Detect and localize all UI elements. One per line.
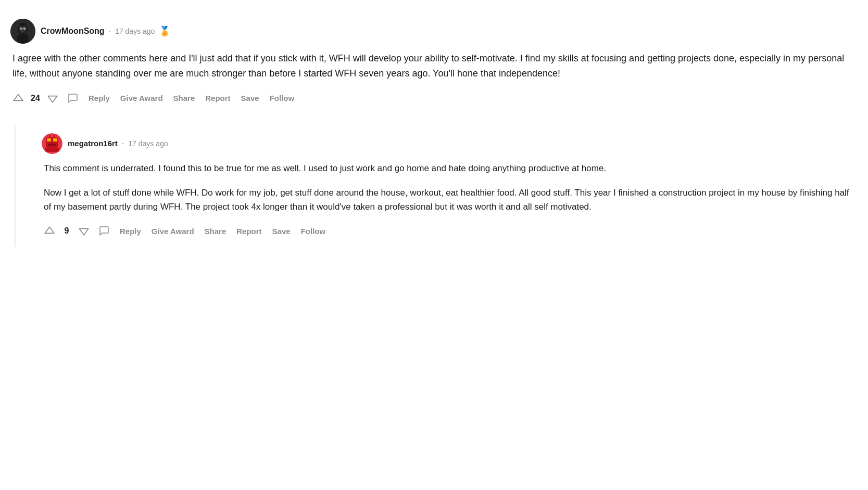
upvote-icon-2 [44, 225, 55, 237]
upvote-button-1[interactable] [10, 91, 26, 106]
comment-header-2: megatron16rt · 17 days ago [42, 133, 858, 154]
share-button-2[interactable]: Share [202, 225, 230, 238]
downvote-button-1[interactable] [45, 91, 60, 106]
report-button-2[interactable]: Report [233, 225, 265, 238]
comment-block-1: CrowMoonSong · 17 days ago 🏅 I agree wit… [0, 10, 868, 114]
avatar-megatron [42, 133, 62, 154]
vote-section-2: 9 [42, 223, 92, 239]
comment-header-1: CrowMoonSong · 17 days ago 🏅 [10, 19, 858, 44]
timestamp-2: 17 days ago [128, 139, 168, 148]
share-button-1[interactable]: Share [170, 92, 198, 105]
svg-rect-16 [48, 144, 56, 146]
upvote-icon-1 [12, 93, 24, 104]
dot-2: · [122, 139, 124, 148]
report-button-1[interactable]: Report [202, 92, 233, 105]
award-emoji-1: 🏅 [159, 25, 170, 37]
comment-block-2: megatron16rt · 17 days ago This comment … [31, 125, 868, 248]
username-2: megatron16rt [68, 139, 118, 148]
downvote-button-2[interactable] [76, 223, 92, 239]
vote-count-1: 24 [29, 94, 42, 103]
avatar-svg-2 [42, 133, 62, 154]
svg-point-11 [17, 33, 29, 44]
svg-rect-17 [49, 135, 51, 138]
downvote-icon-2 [78, 225, 90, 237]
svg-rect-14 [47, 138, 51, 141]
comment-text-1: I agree with the other comments here and… [12, 51, 858, 81]
comment-meta-2: megatron16rt · 17 days ago [68, 139, 168, 148]
dot-1: · [109, 27, 111, 36]
follow-button-1[interactable]: Follow [267, 92, 298, 105]
svg-point-5 [21, 29, 22, 30]
comment-bubble-button-2[interactable] [96, 224, 112, 238]
svg-point-2 [19, 25, 27, 33]
upvote-button-2[interactable] [42, 223, 57, 239]
comment-bubble-icon-1 [68, 93, 78, 104]
comment-actions-2: 9 Reply Give Award Share Report Save Fol… [42, 223, 858, 239]
avatar-svg-1 [10, 19, 35, 44]
comment-text-2b: Now I get a lot of stuff done while WFH.… [44, 186, 858, 214]
follow-button-2[interactable]: Follow [298, 225, 329, 238]
svg-rect-18 [54, 135, 55, 138]
svg-rect-8 [22, 23, 23, 25]
svg-rect-9 [23, 22, 24, 25]
comment-body-2: This comment is underrated. I found this… [42, 161, 858, 214]
save-button-1[interactable]: Save [238, 92, 262, 105]
username-1: CrowMoonSong [41, 27, 105, 36]
svg-point-6 [24, 29, 26, 30]
nested-comment-block: megatron16rt · 17 days ago This comment … [31, 125, 868, 248]
comment-bubble-button-1[interactable] [65, 91, 81, 106]
comment-meta-1: CrowMoonSong · 17 days ago 🏅 [41, 25, 170, 37]
downvote-icon-1 [47, 93, 58, 104]
give-award-button-2[interactable]: Give Award [148, 225, 197, 238]
reply-button-2[interactable]: Reply [117, 225, 144, 238]
svg-rect-10 [20, 23, 21, 25]
comment-bubble-icon-2 [99, 226, 109, 236]
svg-rect-19 [45, 148, 59, 152]
comment-body-1: I agree with the other comments here and… [10, 51, 858, 81]
give-award-button-1[interactable]: Give Award [117, 92, 166, 105]
save-button-2[interactable]: Save [269, 225, 294, 238]
comment-actions-1: 24 Reply Give Award Share Report Save Fo… [10, 91, 858, 106]
vote-count-2: 9 [60, 226, 73, 236]
comment-text-2a: This comment is underrated. I found this… [44, 161, 858, 175]
vote-section-1: 24 [10, 91, 60, 106]
svg-rect-15 [53, 138, 57, 141]
avatar-crowmoonsong [10, 19, 35, 44]
timestamp-1: 17 days ago [115, 27, 155, 35]
reply-button-1[interactable]: Reply [85, 92, 113, 105]
